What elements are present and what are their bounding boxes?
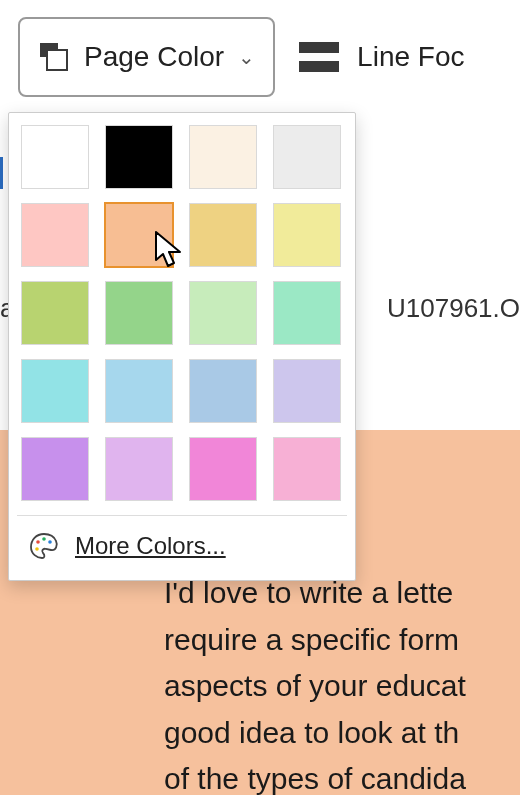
line-focus-label: Line Foc xyxy=(357,41,464,73)
color-swatch[interactable] xyxy=(189,437,257,501)
color-swatch[interactable] xyxy=(189,281,257,345)
line-focus-icon xyxy=(299,42,339,72)
dropdown-divider xyxy=(17,515,347,516)
document-text: I'd love to write a lette require a spec… xyxy=(164,570,520,795)
color-swatch[interactable] xyxy=(21,125,89,189)
page-color-icon xyxy=(38,41,70,73)
filename-fragment-right: U107961.O xyxy=(387,293,520,324)
more-colors-label: More Colors... xyxy=(75,532,226,560)
svg-rect-1 xyxy=(47,50,67,70)
page-color-dropdown: More Colors... xyxy=(8,112,356,581)
svg-point-6 xyxy=(48,540,52,544)
line-focus-button[interactable]: Line Foc xyxy=(299,41,464,73)
color-swatch[interactable] xyxy=(105,437,173,501)
color-swatch[interactable] xyxy=(21,281,89,345)
color-swatch[interactable] xyxy=(105,203,173,267)
color-swatch[interactable] xyxy=(105,359,173,423)
color-swatch[interactable] xyxy=(105,125,173,189)
ribbon-toolbar: Page Color ⌄ Line Foc xyxy=(0,0,520,115)
page-color-button[interactable]: Page Color ⌄ xyxy=(18,17,275,97)
color-swatch[interactable] xyxy=(21,359,89,423)
chevron-down-icon: ⌄ xyxy=(238,45,255,69)
color-swatch[interactable] xyxy=(189,203,257,267)
page-color-label: Page Color xyxy=(84,41,224,73)
color-swatch[interactable] xyxy=(189,125,257,189)
svg-point-5 xyxy=(42,537,46,541)
color-swatch[interactable] xyxy=(21,203,89,267)
insertion-bar xyxy=(0,157,3,189)
color-swatch-grid xyxy=(21,125,343,501)
color-swatch[interactable] xyxy=(105,281,173,345)
color-swatch[interactable] xyxy=(273,125,341,189)
color-swatch[interactable] xyxy=(21,437,89,501)
more-colors-button[interactable]: More Colors... xyxy=(21,526,343,572)
palette-icon xyxy=(29,532,59,560)
color-swatch[interactable] xyxy=(273,359,341,423)
svg-point-4 xyxy=(36,540,40,544)
svg-rect-3 xyxy=(299,53,339,61)
color-swatch[interactable] xyxy=(273,437,341,501)
color-swatch[interactable] xyxy=(273,203,341,267)
svg-point-7 xyxy=(35,547,39,551)
color-swatch[interactable] xyxy=(273,281,341,345)
color-swatch[interactable] xyxy=(189,359,257,423)
